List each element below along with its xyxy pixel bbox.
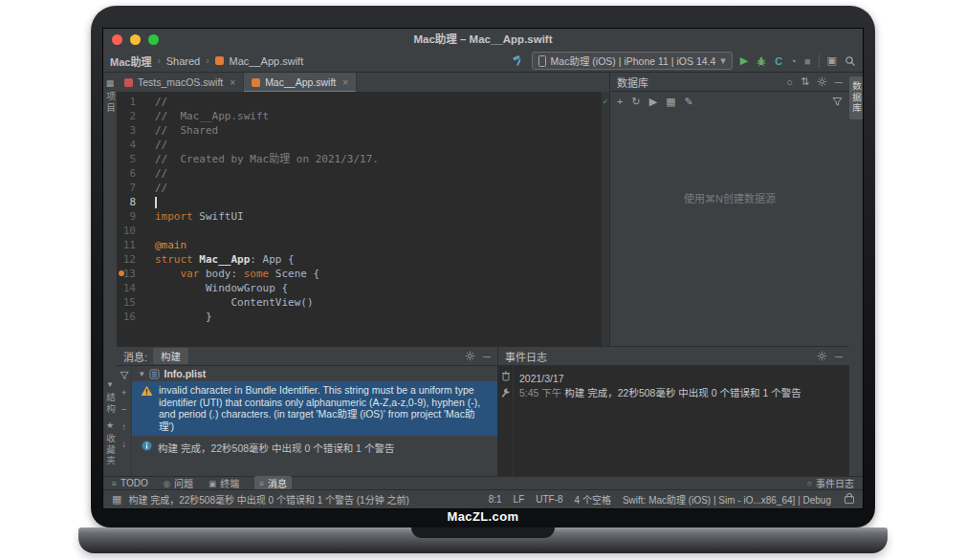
expand-all-icon[interactable]: + (121, 387, 127, 398)
toolwindow-button-TODO[interactable]: ≡TODO (112, 478, 148, 488)
tab-close-icon[interactable]: × (230, 77, 235, 88)
right-tool-strip: 数据库 (848, 73, 863, 476)
toolwindow-button-收藏夹[interactable]: 收藏夹 (103, 434, 117, 467)
breadcrumb-item[interactable]: Mac__App.swift (230, 55, 304, 67)
line-number: 3 (117, 123, 145, 138)
tab-label: Mac__App.swift (265, 76, 336, 88)
device-icon (538, 55, 546, 67)
messages-toolbar: + − ↑ ↓ (117, 366, 132, 476)
globe-icon[interactable]: ○ (786, 76, 793, 88)
layout-icon[interactable]: ▣ (827, 54, 837, 67)
code-token: body: (199, 268, 243, 280)
brand-label: MacZL.com (91, 509, 875, 524)
breadcrumb-separator: › (157, 55, 160, 66)
toolwindow-button-project[interactable]: 项目 (103, 92, 117, 114)
code-token: @main (155, 239, 186, 251)
editor-tab[interactable]: Mac__App.swift× (244, 73, 357, 92)
code-line: ContentView() (155, 295, 600, 310)
run-button[interactable]: ▶ (740, 54, 748, 67)
status-bar: ▦ 构建 完成，22秒508毫秒 中出现 0 个错误和 1 个警告 (1分钟 之… (103, 489, 863, 508)
hide-panel-icon[interactable]: ─ (483, 351, 491, 362)
editor-gutter: 12345678910111213141516 (117, 95, 145, 324)
warning-message-row[interactable]: invalid character in Bundle Identifier. … (132, 381, 497, 436)
caret-position-widget[interactable]: 8:1 (489, 494, 502, 505)
sort-icon[interactable]: ⇅ (801, 75, 809, 88)
toolwindow-switcher-icon[interactable]: ▦ (112, 493, 121, 506)
line-number: 14 (117, 281, 145, 295)
editor-tab-bar: Tests_macOS.swift×Mac__App.swift× (117, 73, 609, 93)
expand-icon: ▾ (103, 379, 117, 389)
collapse-all-icon[interactable]: − (121, 404, 127, 415)
previous-message-icon[interactable]: ↑ (121, 421, 126, 432)
run-destination-widget[interactable]: Swift: Mac助理 (iOS) | Sim - iO...x86_64] … (623, 492, 831, 506)
toolwindow-button-结构[interactable]: 结构 (103, 393, 117, 415)
breadcrumb-item[interactable]: Mac助理 (110, 54, 151, 69)
wrench-icon[interactable] (500, 388, 511, 398)
line-number: 8 (117, 195, 145, 209)
toolwindow-button-事件日志[interactable]: ○事件日志 (807, 476, 854, 490)
line-separator-widget[interactable]: LF (514, 494, 525, 505)
event-log-header-icons: ─ (817, 351, 843, 362)
gear-icon[interactable] (465, 351, 475, 361)
build-hammer-icon[interactable] (512, 54, 524, 67)
file-name: Info.plist (164, 368, 207, 379)
next-message-icon[interactable]: ↓ (121, 439, 126, 449)
search-everywhere-icon[interactable] (844, 55, 856, 67)
encoding-widget[interactable]: UTF-8 (536, 494, 562, 505)
line-number: 12 (117, 252, 145, 267)
profile-button[interactable]: ◔ (790, 55, 797, 67)
tab-close-icon[interactable]: × (342, 77, 348, 88)
tab-build[interactable]: 构建 (153, 348, 188, 364)
code-line: // (155, 166, 600, 181)
gutter-run-marker[interactable] (119, 270, 124, 276)
toolwindow-button-终端[interactable]: ▣终端 (208, 476, 239, 490)
project-toolwindow-icon[interactable]: ▦ (103, 78, 117, 88)
code-token: WindowGroup { (155, 282, 288, 294)
problem-icon: ◎ (164, 479, 170, 488)
swift-file-icon (252, 78, 260, 87)
toolwindow-button-label: TODO (121, 478, 148, 488)
toolwindow-button-database[interactable]: 数据库 (849, 76, 863, 119)
code-token: struct (155, 253, 193, 266)
hide-panel-icon[interactable]: ─ (835, 76, 843, 88)
tree-row-file[interactable]: ▾ Info.plist (132, 366, 497, 381)
filter-icon[interactable] (120, 371, 129, 380)
code-token: // (155, 167, 167, 180)
expander-icon[interactable]: ▾ (140, 369, 144, 378)
breadcrumb: Mac助理›Shared›Mac__App.swift (110, 54, 303, 69)
add-datasource-icon[interactable]: + (617, 96, 623, 107)
info-message-row[interactable]: 构建 完成，22秒508毫秒 中出现 0 个错误和 1 个警告 (132, 436, 497, 455)
coverage-button[interactable]: C (775, 55, 782, 67)
code-line (155, 224, 600, 238)
clear-log-icon[interactable] (501, 371, 511, 381)
code-editor[interactable]: 12345678910111213141516 //// Mac__App.sw… (117, 92, 609, 346)
code-token: var (181, 268, 200, 280)
toolwindow-button-问题[interactable]: ◎问题 (164, 476, 193, 490)
table-icon[interactable]: ▦ (666, 96, 675, 108)
code-line (155, 195, 600, 209)
editor-tab[interactable]: Tests_macOS.swift× (117, 73, 244, 92)
code-token: } (155, 311, 212, 323)
hide-panel-icon[interactable]: ─ (835, 351, 843, 362)
toolwindow-button-消息[interactable]: ≡消息 (254, 476, 292, 490)
stop-button[interactable]: ■ (804, 55, 811, 67)
gear-icon[interactable] (817, 351, 827, 361)
line-number: 2 (117, 109, 145, 123)
filter-icon[interactable] (832, 97, 843, 107)
editor-scrollbar[interactable] (601, 92, 609, 346)
line-number: 1 (117, 95, 145, 109)
lock-icon[interactable] (844, 496, 854, 504)
code-line: @main (155, 238, 600, 252)
indent-widget[interactable]: 4 个空格 (575, 492, 611, 506)
gear-icon[interactable] (817, 76, 827, 87)
info-icon (142, 441, 152, 451)
edit-icon[interactable]: ✎ (685, 96, 693, 108)
debug-button[interactable] (756, 55, 767, 67)
refresh-icon[interactable]: ↻ (631, 96, 640, 108)
code-area[interactable]: //// Mac__App.swift// Shared//// Created… (155, 95, 600, 324)
line-number: 15 (117, 295, 145, 310)
run-configuration-select[interactable]: Mac助理 (iOS) | iPhone 11 | iOS 14.4 ▾ (532, 52, 733, 70)
page: Mac助理 – Mac__App.swift Mac助理›Shared›Mac_… (0, 0, 965, 560)
breadcrumb-item[interactable]: Shared (166, 55, 200, 67)
run-console-icon[interactable]: ▶ (649, 96, 657, 108)
